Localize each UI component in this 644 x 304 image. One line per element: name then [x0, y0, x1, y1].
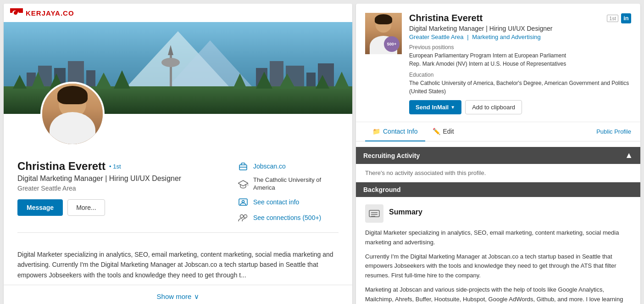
summary-body: Digital Marketer specializing in analyti… — [365, 228, 631, 304]
right-education: Education The Catholic University of Ame… — [409, 72, 631, 96]
location-separator: | — [467, 34, 468, 40]
contact-info-link[interactable]: See contact info — [238, 197, 339, 208]
profile-info: Christina Everett • 1st Digital Marketin… — [4, 153, 352, 249]
svg-point-37 — [242, 200, 244, 203]
education-link[interactable]: The Catholic University of America — [238, 176, 339, 192]
profile-location: Greater Seattle Area — [17, 185, 238, 192]
previous-positions-label: Previous positions — [409, 44, 631, 51]
right-location-city: Greater Seattle Area — [409, 34, 464, 40]
chevron-down-icon: ∨ — [194, 293, 199, 301]
profile-right: Jobscan.co The Catholic University of Am… — [238, 160, 339, 223]
folder-icon: 📁 — [372, 128, 380, 135]
education-text: The Catholic University of America — [253, 176, 321, 192]
connections-link[interactable]: See connections (500+) — [238, 212, 339, 223]
previous-positions-text: European Parliamentary Program Intern at… — [409, 51, 631, 68]
show-more-label: Show more — [157, 293, 192, 300]
right-header: 500+ Christina Everett 1st in Digital Ma… — [356, 4, 640, 122]
right-avatar-wrapper: 500+ — [365, 13, 402, 54]
recruiting-activity-body: There's no activity associated with this… — [356, 164, 640, 182]
inmail-dropdown-icon[interactable]: ▼ — [450, 105, 455, 110]
contact-info-text: See contact info — [253, 198, 299, 206]
summary-section: Summary Digital Marketer specializing in… — [356, 197, 640, 304]
collapse-icon[interactable]: ▲ — [625, 151, 633, 160]
right-avatar-hair — [375, 14, 392, 24]
summary-icon-row: Summary — [365, 204, 631, 223]
summary-para-2: Currently I'm the Digital Marketing Mana… — [365, 252, 631, 281]
profile-name: Christina Everett — [17, 160, 105, 173]
message-button[interactable]: Message — [17, 199, 63, 216]
edit-tab-label: Edit — [443, 128, 454, 135]
profile-left: Christina Everett • 1st Digital Marketin… — [17, 160, 238, 216]
right-header-top: 500+ Christina Everett 1st in Digital Ma… — [365, 13, 631, 114]
right-profile-info-section: Christina Everett 1st in Digital Marketi… — [409, 13, 631, 114]
logo-text: KERJAYA.CO — [26, 9, 74, 17]
right-profile-name: Christina Everett — [409, 13, 483, 23]
name-row: Christina Everett • 1st — [17, 160, 238, 173]
summary-icon — [365, 204, 383, 223]
divider-1 — [17, 232, 339, 233]
svg-point-3 — [14, 11, 17, 15]
right-panel: 500+ Christina Everett 1st in Digital Ma… — [356, 4, 640, 304]
summary-para-1: Digital Marketer specializing in analyti… — [365, 228, 631, 248]
avatar-hair — [57, 86, 88, 104]
kerjaya-logo: KERJAYA.CO — [4, 4, 352, 22]
svg-point-19 — [161, 58, 180, 67]
right-profile-title: Digital Marketing Manager | Hiring UI/UX… — [409, 25, 631, 32]
svg-rect-40 — [369, 210, 379, 217]
connections-text: See connections (500+) — [253, 214, 321, 221]
right-name-row: Christina Everett 1st in — [409, 13, 631, 23]
send-inmail-label: Send InMail — [416, 104, 449, 111]
background-section-header: Background — [356, 182, 640, 197]
education-icon — [238, 179, 249, 190]
more-button[interactable]: More... — [67, 199, 105, 216]
summary-title: Summary — [389, 208, 422, 216]
1st-badge: 1st — [607, 15, 618, 22]
tab-edit[interactable]: ✏️ Edit — [425, 122, 461, 141]
connections-icon — [238, 212, 249, 223]
profile-summary: Digital Marketer specializing in analyti… — [4, 249, 352, 280]
profile-title: Digital Marketing Manager | Hiring UI/UX… — [17, 175, 238, 183]
right-action-buttons: Send InMail ▼ Add to clipboard — [409, 100, 631, 114]
education-label: Education — [409, 72, 631, 78]
recruiting-activity-empty: There's no activity associated with this… — [365, 169, 486, 176]
pencil-icon: ✏️ — [433, 128, 440, 135]
right-profile-location: Greater Seattle Area | Marketing and Adv… — [409, 34, 631, 40]
contact-icon — [238, 197, 249, 208]
connection-badge: • 1st — [109, 163, 121, 170]
right-tabs: 📁 Contact Info ✏️ Edit Public Profile — [356, 122, 640, 141]
action-buttons: Message More... — [17, 199, 238, 216]
left-panel: KERJAYA.CO — [4, 4, 352, 304]
right-location-industry: Marketing and Advertising — [472, 34, 541, 40]
show-more-button[interactable]: Show more ∨ — [157, 293, 200, 301]
connections-500-badge: 500+ — [384, 36, 400, 52]
right-badges: 1st in — [607, 13, 631, 23]
profile-top-row: Christina Everett • 1st Digital Marketin… — [17, 160, 339, 223]
send-inmail-button[interactable]: Send InMail ▼ — [409, 100, 461, 114]
svg-marker-34 — [238, 180, 248, 186]
add-clipboard-button[interactable]: Add to clipboard — [465, 100, 522, 114]
briefcase-icon — [238, 161, 249, 172]
show-more-row: Show more ∨ — [4, 285, 352, 304]
summary-para-3: Marketing at Jobscan and various side-pr… — [365, 285, 631, 304]
linkedin-icon: in — [621, 13, 631, 23]
recruiting-activity-header: Recruiting Activity ▲ — [356, 147, 640, 164]
profile-avatar — [40, 82, 105, 146]
recruiting-activity-title: Recruiting Activity — [363, 152, 420, 159]
logo-flag-icon — [10, 8, 23, 17]
contact-info-tab-label: Contact Info — [383, 128, 418, 135]
svg-point-38 — [240, 214, 244, 218]
svg-point-39 — [244, 214, 247, 218]
background-title: Background — [363, 186, 401, 193]
public-profile-link[interactable]: Public Profile — [596, 128, 631, 135]
tab-contact-info[interactable]: 📁 Contact Info — [365, 122, 425, 141]
right-previous-positions: Previous positions European Parliamentar… — [409, 44, 631, 68]
education-text: The Catholic University of America, Bach… — [409, 79, 631, 96]
jobscan-link[interactable]: Jobscan.co — [238, 161, 339, 172]
jobscan-text: Jobscan.co — [253, 163, 286, 170]
